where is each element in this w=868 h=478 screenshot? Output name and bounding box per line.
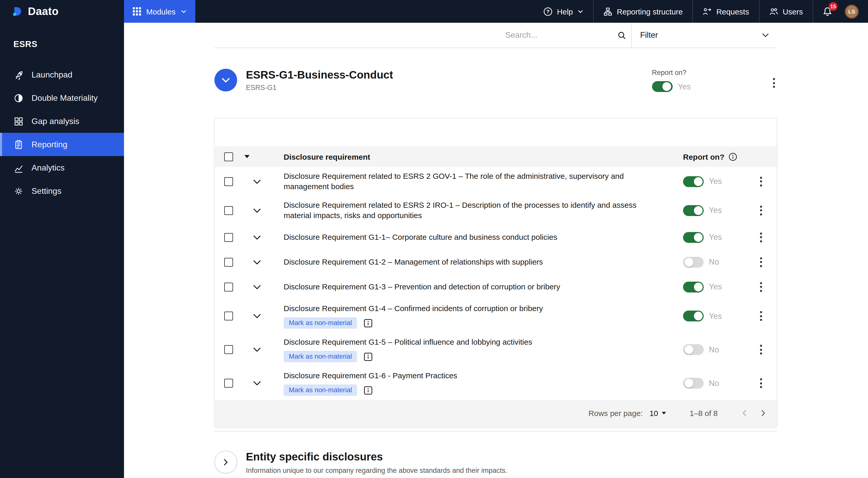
sidebar-item-label: Analytics	[32, 163, 65, 172]
search-input[interactable]	[504, 30, 614, 40]
report-on-toggle[interactable]	[683, 310, 704, 322]
mark-non-material-button[interactable]: Mark as non-material	[284, 351, 357, 362]
main-area: Filter ESRS-G1-Business-Conduct	[124, 23, 868, 478]
reporting-structure-icon	[603, 7, 612, 16]
requests-button[interactable]: Requests	[692, 0, 759, 23]
disclosure-requirement-text: Disclosure Requirement G1-6 - Payment Pr…	[284, 370, 642, 381]
notifications-button[interactable]: 15	[813, 0, 842, 23]
kebab-menu[interactable]	[758, 280, 764, 294]
kebab-menu[interactable]	[758, 255, 764, 269]
section-divider	[214, 431, 777, 431]
row-checkbox[interactable]	[224, 311, 233, 320]
sidebar-item-label: Reporting	[32, 140, 67, 149]
next-page-button[interactable]	[757, 406, 769, 420]
search-icon[interactable]	[617, 31, 626, 39]
sidebar-item-gap-analysis[interactable]: Gap analysis	[0, 110, 124, 133]
mark-non-material-button[interactable]: Mark as non-material	[284, 385, 357, 396]
chevron-down-icon	[222, 78, 230, 83]
row-checkbox[interactable]	[224, 379, 233, 388]
report-on-toggle[interactable]	[683, 176, 704, 187]
row-checkbox[interactable]	[224, 233, 233, 242]
chevron-down-icon[interactable]	[253, 314, 261, 318]
chevron-down-icon[interactable]	[253, 208, 261, 213]
kebab-menu[interactable]	[758, 230, 764, 244]
kebab-menu[interactable]	[758, 203, 764, 217]
chevron-down-icon[interactable]	[253, 260, 261, 264]
row-checkbox[interactable]	[224, 206, 233, 215]
modules-grid-icon	[133, 7, 141, 16]
report-on-toggle[interactable]	[683, 232, 704, 243]
sidebar-item-label: Launchpad	[32, 70, 72, 79]
report-on-toggle[interactable]	[683, 344, 704, 355]
row-checkbox[interactable]	[224, 345, 233, 354]
kebab-menu[interactable]	[758, 376, 764, 390]
help-label: Help	[557, 7, 573, 16]
chevron-down-icon[interactable]	[253, 381, 261, 386]
filter-select[interactable]: Filter	[631, 23, 777, 48]
toggle-state-label: Yes	[678, 82, 691, 91]
report-on-toggle[interactable]	[683, 205, 704, 216]
chevron-right-icon	[223, 458, 228, 466]
select-all-checkbox[interactable]	[224, 152, 233, 161]
kebab-menu[interactable]	[758, 174, 764, 188]
disclosure-requirement-text: Disclosure Requirement G1-5 – Political …	[284, 337, 642, 347]
kebab-menu[interactable]	[758, 309, 764, 323]
entity-title: Entity specific disclosures	[246, 451, 507, 463]
disclosure-table-card: Disclosure requirement Report on?	[214, 118, 777, 427]
report-on-toggle[interactable]	[652, 81, 673, 92]
sidebar-section-title: ESRS	[0, 23, 124, 49]
chevron-down-icon[interactable]	[253, 347, 261, 352]
info-square-icon[interactable]	[364, 352, 373, 361]
info-square-icon[interactable]	[364, 386, 373, 394]
topbar-nav: ? Help Reporting structure	[534, 0, 868, 23]
help-button[interactable]: ? Help	[534, 0, 593, 23]
sidebar-item-double-materiality[interactable]: Double Materiality	[0, 86, 124, 110]
chevron-down-icon[interactable]	[253, 235, 261, 240]
avatar[interactable]: LS	[845, 4, 859, 18]
table-row: Disclosure Requirement G1-6 - Payment Pr…	[215, 366, 777, 400]
help-icon: ?	[544, 7, 552, 16]
svg-text:?: ?	[547, 8, 550, 14]
row-checkbox[interactable]	[224, 177, 233, 186]
chevron-down-icon	[662, 412, 666, 414]
sort-caret-icon[interactable]	[244, 155, 250, 158]
users-button[interactable]: Users	[759, 0, 813, 23]
disclosure-requirement-text: Disclosure Requirement G1-2 – Management…	[284, 257, 642, 267]
previous-page-button[interactable]	[738, 406, 750, 420]
sidebar-item-reporting[interactable]: Reporting	[0, 133, 124, 156]
disclosure-requirement-text: Disclosure Requirement G1-3 – Prevention…	[284, 281, 642, 292]
table-row: Disclosure Requirement G1-3 – Prevention…	[215, 274, 777, 299]
sidebar-item-label: Gap analysis	[32, 117, 79, 126]
chevron-down-icon[interactable]	[253, 285, 261, 289]
sidebar-item-label: Double Materiality	[32, 93, 98, 102]
sidebar: ESRS Launchpad Double Materiality	[0, 23, 124, 478]
report-on-toggle[interactable]	[683, 378, 704, 389]
materiality-icon	[13, 93, 24, 103]
sidebar-item-analytics[interactable]: Analytics	[0, 156, 124, 179]
sidebar-item-settings[interactable]: Settings	[0, 179, 124, 203]
kebab-menu[interactable]	[771, 76, 777, 90]
toggle-state-label: Yes	[709, 282, 722, 292]
toggle-state-label: No	[709, 379, 719, 388]
chevron-down-icon[interactable]	[253, 179, 261, 184]
mark-non-material-button[interactable]: Mark as non-material	[284, 317, 357, 329]
modules-button[interactable]: Modules	[124, 0, 195, 23]
report-on-toggle[interactable]	[683, 257, 704, 267]
reporting-structure-button[interactable]: Reporting structure	[593, 0, 692, 23]
info-icon[interactable]	[728, 152, 737, 161]
table-row: Disclosure Requirement related to ESRS 2…	[215, 196, 777, 225]
sidebar-item-launchpad[interactable]: Launchpad	[0, 63, 124, 86]
chart-icon	[13, 162, 24, 173]
row-actions: Mark as non-material	[284, 351, 642, 362]
brand[interactable]: Daato	[0, 0, 124, 23]
rows-per-page-select[interactable]: 10	[649, 409, 666, 418]
row-checkbox[interactable]	[224, 258, 233, 266]
expand-entity-button[interactable]	[214, 451, 237, 473]
report-on-toggle[interactable]	[683, 281, 704, 292]
disclosure-requirement-text: Disclosure Requirement G1-1– Corporate c…	[284, 232, 642, 242]
kebab-menu[interactable]	[758, 342, 764, 357]
row-checkbox[interactable]	[224, 282, 233, 291]
collapse-standard-button[interactable]	[214, 69, 237, 91]
info-square-icon[interactable]	[364, 319, 373, 327]
chevron-down-icon	[578, 9, 583, 13]
